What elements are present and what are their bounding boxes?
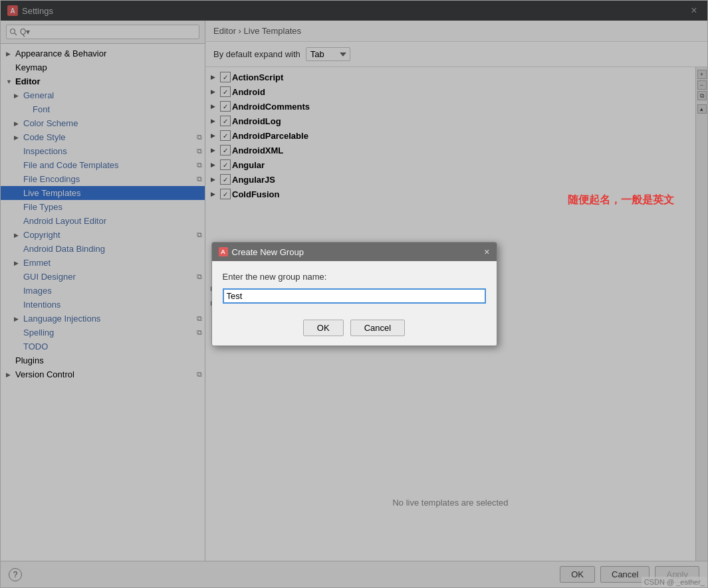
modal-buttons: OK Cancel bbox=[212, 314, 497, 345]
modal-app-icon: A bbox=[219, 247, 228, 256]
modal-body: Enter the new group name: bbox=[212, 261, 497, 314]
modal-overlay: 随便起名，一般是英文 A Create New Group × Enter th… bbox=[1, 1, 707, 587]
modal-prompt: Enter the new group name: bbox=[223, 272, 486, 282]
settings-window: A Settings × ▶ Appearance & Behavior Key… bbox=[0, 0, 708, 588]
create-group-modal: A Create New Group × Enter the new group… bbox=[211, 242, 497, 346]
modal-ok-button[interactable]: OK bbox=[303, 320, 344, 336]
modal-input-wrapper bbox=[223, 288, 486, 304]
modal-cancel-button[interactable]: Cancel bbox=[350, 320, 405, 336]
modal-close-button[interactable]: × bbox=[484, 246, 489, 257]
annotation-text: 随便起名，一般是英文 bbox=[568, 193, 674, 207]
modal-title-bar: A Create New Group × bbox=[212, 243, 497, 261]
modal-title: Create New Group bbox=[232, 247, 304, 257]
group-name-input[interactable] bbox=[227, 291, 482, 301]
